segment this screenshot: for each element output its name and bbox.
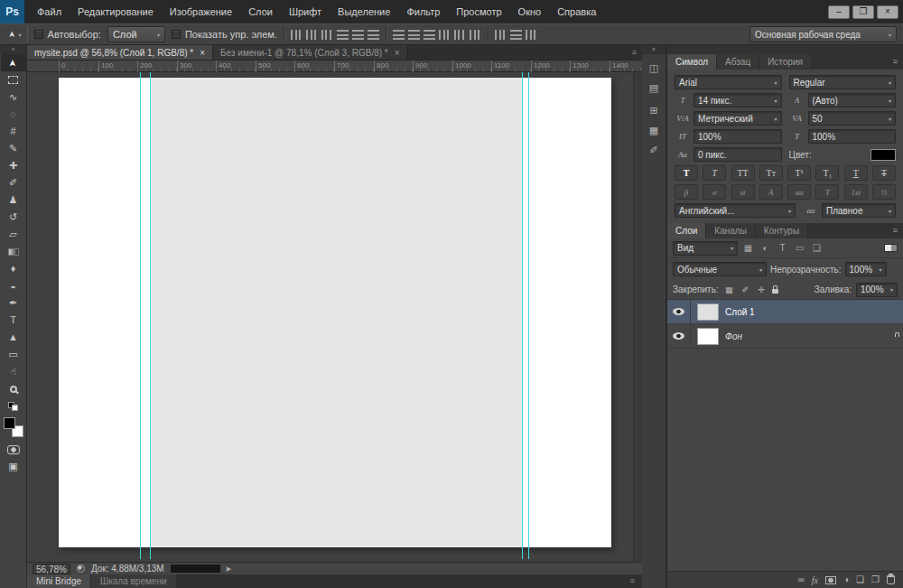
menu-view[interactable]: Просмотр xyxy=(448,0,509,23)
blend-mode-dropdown[interactable]: Обычные ▾ xyxy=(673,262,767,276)
tab-history[interactable]: История xyxy=(759,54,812,70)
lock-pixels-icon[interactable]: ✐ xyxy=(740,285,751,294)
layer-thumbnail[interactable] xyxy=(697,328,719,345)
checkbox-icon[interactable] xyxy=(172,30,181,39)
menu-type[interactable]: Шрифт xyxy=(281,0,330,23)
screen-mode-button[interactable]: ▣ xyxy=(1,458,26,475)
distribute-top-edges-icon[interactable] xyxy=(393,30,405,40)
strikethrough-button[interactable]: T xyxy=(872,165,896,181)
font-style-dropdown[interactable]: Regular ▾ xyxy=(789,75,897,89)
horizontal-scale-field[interactable]: 100% xyxy=(808,129,897,144)
new-group-icon[interactable]: ❏ xyxy=(856,575,864,584)
gradient-tool[interactable] xyxy=(1,243,26,260)
leading-field[interactable]: (Авто) ▾ xyxy=(808,93,897,107)
layer-row-background[interactable]: Фон xyxy=(667,324,903,349)
discretionary-ligatures-button[interactable]: st xyxy=(731,184,755,200)
distribute-horizontal-centers-icon[interactable] xyxy=(454,30,466,40)
close-icon[interactable]: × xyxy=(200,48,205,58)
filter-kind-dropdown[interactable]: Вид ▾ xyxy=(673,241,738,256)
guide[interactable] xyxy=(522,72,523,559)
healing-brush-tool[interactable]: ✚ xyxy=(1,157,26,174)
mini-bridge-tab[interactable]: Mini Bridge xyxy=(27,574,90,588)
move-tool[interactable]: ➤ xyxy=(1,54,26,71)
tab-paths[interactable]: Контуры xyxy=(756,223,808,238)
eyedropper-tool[interactable]: ✎ xyxy=(1,140,26,157)
checkbox-icon[interactable] xyxy=(34,30,43,39)
tab-character[interactable]: Символ xyxy=(667,54,717,70)
filter-shape-layers-icon[interactable]: ▭ xyxy=(793,243,806,253)
small-caps-button[interactable]: Tт xyxy=(759,165,783,181)
zoom-tool[interactable] xyxy=(1,380,26,397)
align-vertical-centers-icon[interactable] xyxy=(306,30,318,40)
layer-name[interactable]: Фон xyxy=(725,331,742,341)
menu-window[interactable]: Окно xyxy=(510,0,550,23)
distribute-vertical-centers-icon[interactable] xyxy=(408,30,420,40)
vertical-scrollbar[interactable] xyxy=(633,72,642,562)
panel-menu-icon[interactable]: ≡ xyxy=(893,223,903,238)
underline-button[interactable]: T xyxy=(844,165,868,181)
menu-select[interactable]: Выделение xyxy=(330,0,398,23)
faux-bold-button[interactable]: T xyxy=(675,165,698,181)
minimize-button[interactable]: – xyxy=(828,5,850,19)
layer-row-layer1[interactable]: Слой 1 xyxy=(667,300,903,324)
menu-image[interactable]: Изображение xyxy=(162,0,240,23)
lock-all-icon[interactable] xyxy=(772,289,778,294)
stylistic-alternates-button[interactable]: aa xyxy=(787,184,811,200)
shape-tool[interactable]: ▭ xyxy=(1,346,26,363)
document-tab-untitled[interactable]: Без имени-1 @ 78,1% (Слой 3, RGB/8) * × xyxy=(213,45,408,60)
anti-alias-dropdown[interactable]: Плавное ▾ xyxy=(822,203,896,218)
align-bottom-edges-icon[interactable] xyxy=(321,30,333,40)
align-top-edges-icon[interactable] xyxy=(291,30,303,40)
fill-field[interactable]: 100% ▾ xyxy=(856,283,898,297)
filter-pixel-layers-icon[interactable]: ▦ xyxy=(741,243,755,253)
layer-name[interactable]: Слой 1 xyxy=(725,307,755,317)
marquee-tool[interactable] xyxy=(1,71,26,89)
ligatures-button[interactable]: fi xyxy=(675,184,698,200)
maximize-button[interactable]: ❐ xyxy=(852,5,874,19)
superscript-button[interactable]: T¹ xyxy=(787,165,811,181)
quick-mask-button[interactable] xyxy=(1,441,26,458)
menu-help[interactable]: Справка xyxy=(549,0,604,23)
filter-adjustment-layers-icon[interactable]: ◐ xyxy=(759,243,772,253)
history-brush-tool[interactable]: ↺ xyxy=(1,209,26,226)
guide[interactable] xyxy=(528,72,529,559)
collapsed-panel-icon-4[interactable]: ▦ xyxy=(644,122,664,139)
distribute-left-edges-icon[interactable] xyxy=(439,30,451,40)
faux-italic-button[interactable]: T xyxy=(703,165,726,181)
font-size-field[interactable]: 14 пикс. ▾ xyxy=(694,93,782,107)
titling-alternates-button[interactable]: T xyxy=(815,184,839,200)
vertical-scale-field[interactable]: 100% xyxy=(694,129,782,144)
ordinals-button[interactable]: 1st xyxy=(844,184,868,200)
brush-tool[interactable]: ✐ xyxy=(1,174,26,191)
crop-tool[interactable]: # xyxy=(1,123,26,140)
filter-toggle-switch[interactable] xyxy=(884,244,898,252)
autoselect-target-dropdown[interactable]: Слой ▾ xyxy=(107,26,165,42)
baseline-shift-field[interactable]: 0 пикс. xyxy=(694,147,782,162)
lasso-tool[interactable]: ∿ xyxy=(1,89,26,106)
align-left-edges-icon[interactable] xyxy=(337,30,349,40)
new-layer-icon[interactable]: ❐ xyxy=(871,575,880,584)
align-horizontal-centers-icon[interactable] xyxy=(352,30,364,40)
workspace-dropdown[interactable]: Основная рабочая среда ▾ xyxy=(749,26,897,42)
expand-panels-icon[interactable]: « xyxy=(642,45,666,54)
layer-style-icon[interactable]: fx xyxy=(812,575,818,585)
lock-transparency-icon[interactable]: ▦ xyxy=(723,285,735,294)
distribute-bottom-edges-icon[interactable] xyxy=(424,30,435,40)
tab-layers[interactable]: Слои xyxy=(667,223,706,238)
color-swatches[interactable] xyxy=(3,417,24,437)
visibility-toggle[interactable] xyxy=(667,300,691,323)
foreground-color-swatch[interactable] xyxy=(4,417,15,429)
link-layers-icon[interactable]: ∞ xyxy=(798,575,805,584)
timeline-tab[interactable]: Шкала времени xyxy=(90,574,175,588)
hand-tool[interactable]: ☝ xyxy=(1,363,26,380)
page-content-region[interactable] xyxy=(150,78,522,547)
collapsed-panel-icon-1[interactable]: ◫ xyxy=(644,60,664,77)
default-colors-control[interactable] xyxy=(1,397,26,415)
guide[interactable] xyxy=(150,72,151,559)
autoselect-checkbox[interactable]: Автовыбор: xyxy=(34,29,101,40)
menu-layers[interactable]: Слои xyxy=(240,0,281,23)
blur-tool[interactable]: ♦ xyxy=(1,260,26,277)
all-caps-button[interactable]: TT xyxy=(731,165,755,181)
zoom-level[interactable]: 56,78% xyxy=(33,564,70,574)
collapsed-panel-icon-2[interactable]: ▤ xyxy=(644,79,664,97)
